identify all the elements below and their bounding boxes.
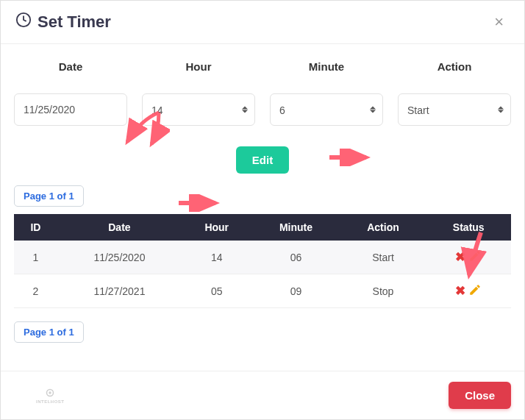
footer-brand-text: INTELHOST: [36, 399, 65, 404]
close-button[interactable]: Close: [449, 382, 511, 409]
delete-icon[interactable]: ✖: [455, 283, 465, 299]
row-edit-icon[interactable]: [468, 249, 482, 265]
cell-action: Start: [340, 241, 426, 274]
annotation-arrow: [177, 194, 221, 212]
edit-row: Edit: [14, 146, 511, 174]
minute-column: Minute 6: [270, 60, 383, 126]
hour-select[interactable]: 14: [142, 93, 255, 126]
timers-table: ID Date Hour Minute Action Status 1 11/2…: [14, 214, 511, 308]
delete-icon[interactable]: ✖: [455, 249, 465, 265]
table-row: 1 11/25/2020 14 06 Start ✖: [14, 241, 511, 274]
modal-footer: INTELHOST Close: [1, 371, 524, 419]
hour-label: Hour: [186, 60, 212, 73]
modal-body: Date Hour 14 Minute 6 Action: [1, 44, 524, 371]
hour-column: Hour 14: [142, 60, 255, 126]
modal-title-text: Set Timer: [38, 13, 111, 32]
cell-minute: 09: [252, 274, 340, 308]
date-label: Date: [59, 60, 83, 73]
pagination-bottom[interactable]: Page 1 of 1: [14, 321, 84, 343]
minute-select-wrap: 6: [270, 93, 383, 126]
clock-icon: [15, 12, 32, 32]
minute-label: Minute: [309, 60, 344, 73]
cell-date: 11/25/2020: [57, 241, 182, 274]
cell-action: Stop: [340, 274, 426, 308]
close-x-button[interactable]: ×: [488, 11, 510, 33]
modal-title: Set Timer: [15, 12, 111, 32]
form-row: Date Hour 14 Minute 6 Action: [14, 60, 511, 126]
th-date: Date: [57, 214, 182, 241]
date-column: Date: [14, 60, 127, 126]
th-hour: Hour: [182, 214, 252, 241]
th-id: ID: [14, 214, 57, 241]
th-action: Action: [340, 214, 426, 241]
action-select[interactable]: Start: [398, 93, 511, 126]
cell-status: ✖: [426, 241, 511, 274]
cell-minute: 06: [252, 241, 340, 274]
action-column: Action Start: [398, 60, 511, 126]
action-select-wrap: Start: [398, 93, 511, 126]
cell-id: 1: [14, 241, 57, 274]
row-edit-icon[interactable]: [468, 283, 482, 299]
pagination-top[interactable]: Page 1 of 1: [14, 185, 84, 207]
cell-hour: 14: [182, 241, 252, 274]
table-row: 2 11/27/2021 05 09 Stop ✖: [14, 274, 511, 308]
action-label: Action: [438, 60, 472, 73]
svg-point-4: [49, 391, 51, 394]
cell-date: 11/27/2021: [57, 274, 182, 308]
hour-select-wrap: 14: [142, 93, 255, 126]
date-input[interactable]: [14, 93, 127, 126]
edit-button[interactable]: Edit: [236, 146, 289, 174]
th-status: Status: [426, 214, 511, 241]
set-timer-modal: Set Timer × Date Hour 14 Minute 6: [0, 0, 525, 420]
cell-id: 2: [14, 274, 57, 308]
footer-logo: INTELHOST: [36, 388, 65, 404]
th-minute: Minute: [252, 214, 340, 241]
cell-hour: 05: [182, 274, 252, 308]
minute-select[interactable]: 6: [270, 93, 383, 126]
modal-header: Set Timer ×: [1, 1, 524, 44]
cell-status: ✖: [426, 274, 511, 308]
